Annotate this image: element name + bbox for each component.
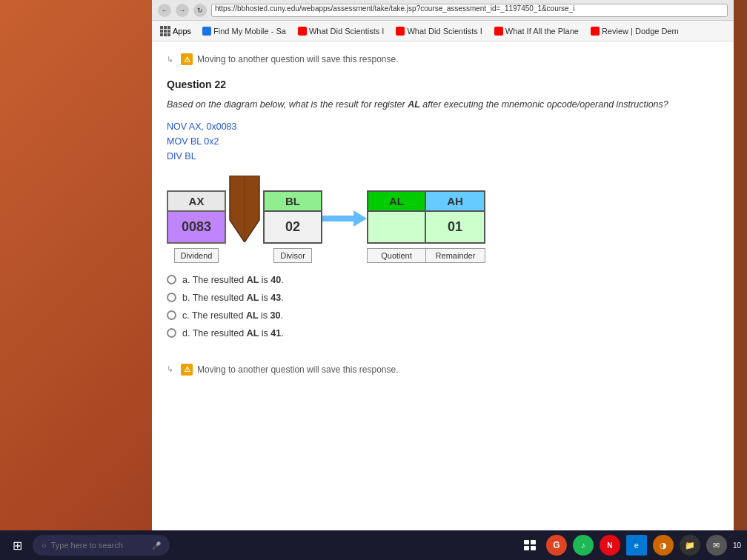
bookmark-label: What Did Scientists I <box>407 27 482 36</box>
top-warning-notice: ↳ ⚠ Moving to another question will save… <box>167 50 719 68</box>
option-b[interactable]: b. The resulted AL is 43. <box>167 293 719 303</box>
al-label: AL <box>367 190 426 212</box>
alah-values-row: 01 <box>367 212 485 244</box>
refresh-button[interactable]: ↻ <box>193 4 207 17</box>
svg-rect-2 <box>322 216 353 221</box>
alah-register-block: AL AH 01 Quotient Remainder <box>367 190 485 263</box>
taskbar-time: 10 <box>733 541 741 550</box>
svg-rect-6 <box>524 546 529 550</box>
bookmark-favicon <box>591 27 600 36</box>
code-line-1: NOV AX, 0x0083 <box>167 119 719 134</box>
notification-count: 10 <box>733 541 741 550</box>
bookmark-label: Review | Dodge Dem <box>602 27 679 36</box>
files-icon[interactable]: 📁 <box>680 535 700 556</box>
radio-option-b[interactable] <box>167 293 176 302</box>
browser-icon[interactable]: ◑ <box>653 535 674 556</box>
al-caption: Quotient <box>367 248 426 263</box>
search-icon: ○ <box>42 541 47 550</box>
alah-captions-row: Quotient Remainder <box>367 244 485 263</box>
address-bar: ← → ↻ https://bbhosted.cuny.edu/webapps/… <box>152 0 734 21</box>
bl-caption: Divisor <box>273 248 312 263</box>
option-a-text: a. The resulted AL is 40. <box>182 275 284 285</box>
question-intro: Based on the diagram below, what is the … <box>167 99 408 110</box>
bl-value: 02 <box>263 212 322 244</box>
taskbar: ⊞ ○ 🎤 G ♪ N e ◑ 📁 ✉ 10 <box>0 530 747 560</box>
taskbar-icons: G ♪ N e ◑ 📁 ✉ 10 <box>519 535 741 556</box>
question-rest: after executing the mnemonic opcode/oper… <box>420 99 668 110</box>
radio-option-a[interactable] <box>167 275 176 284</box>
option-d-text: d. The resulted AL is 41. <box>182 328 284 339</box>
bookmark-label: What Did Scientists I <box>309 27 384 36</box>
url-bar[interactable]: https://bbhosted.cuny.edu/webapps/assess… <box>211 4 728 17</box>
code-line-3: DIV BL <box>167 149 719 164</box>
ax-caption: Dividend <box>174 248 219 263</box>
edge-icon[interactable]: e <box>626 535 647 556</box>
forward-button[interactable]: → <box>176 4 189 17</box>
alah-labels-row: AL AH <box>367 190 485 212</box>
option-b-text: b. The resulted AL is 43. <box>182 293 284 303</box>
warning-icon: ⚠ <box>181 53 193 65</box>
svg-rect-5 <box>531 540 536 544</box>
bookmark-dodge[interactable]: Review | Dodge Dem <box>586 25 683 37</box>
ax-value: 0083 <box>167 212 226 244</box>
chrome-icon[interactable]: G <box>546 535 567 556</box>
arrow-indent: ↳ <box>167 55 173 64</box>
netflix-icon[interactable]: N <box>600 535 620 556</box>
back-button[interactable]: ← <box>158 4 171 17</box>
bl-label: BL <box>263 190 322 212</box>
arrow-svg <box>322 207 367 230</box>
divider-svg <box>226 176 263 242</box>
bookmark-favicon <box>396 27 405 36</box>
bottom-warning-notice: ↳ ⚠ Moving to another question will save… <box>167 361 719 379</box>
mic-icon: 🎤 <box>152 541 161 550</box>
bookmark-find-my-mobile[interactable]: Find My Mobile - Sa <box>198 25 290 37</box>
radio-option-c[interactable] <box>167 310 176 320</box>
option-d[interactable]: d. The resulted AL is 41. <box>167 328 719 339</box>
question-body: Based on the diagram below, what is the … <box>167 98 719 112</box>
bottom-warning-text: Moving to another question will save thi… <box>197 364 398 375</box>
start-button[interactable]: ⊞ <box>6 534 28 556</box>
bookmark-favicon <box>494 27 503 36</box>
browser-window: ← → ↻ https://bbhosted.cuny.edu/webapps/… <box>152 0 734 560</box>
cpu-diagram: AX 0083 Dividend BL 02 Divisor <box>167 176 719 263</box>
apps-grid-icon <box>160 26 170 36</box>
ah-value: 01 <box>426 212 485 244</box>
register-al-highlight: AL <box>408 99 420 110</box>
svg-rect-7 <box>531 546 536 550</box>
ax-label: AX <box>167 190 226 212</box>
question-heading: Question 22 <box>167 79 719 90</box>
ah-label: AH <box>426 190 485 212</box>
page-content: ↳ ⚠ Moving to another question will save… <box>152 41 734 560</box>
bookmark-label: Find My Mobile - Sa <box>213 27 286 36</box>
apps-label: Apps <box>173 27 191 36</box>
ah-caption: Remainder <box>426 248 485 263</box>
right-arrow-connector <box>322 207 367 230</box>
bookmark-favicon <box>202 27 211 36</box>
code-block: NOV AX, 0x0083 MOV BL 0x2 DIV BL <box>167 119 719 164</box>
taskview-icon[interactable] <box>519 535 540 556</box>
bookmark-favicon <box>298 27 307 36</box>
arrow-indent-bottom: ↳ <box>167 364 173 374</box>
option-c-text: c. The resulted AL is 30. <box>182 310 283 321</box>
spotify-icon[interactable]: ♪ <box>573 535 594 556</box>
bookmarks-apps-item[interactable]: Apps <box>156 24 195 38</box>
ax-register-block: AX 0083 Dividend <box>167 190 226 263</box>
search-input[interactable] <box>51 541 147 550</box>
mail-icon[interactable]: ✉ <box>706 535 727 556</box>
bl-register-block: BL 02 Divisor <box>263 190 322 263</box>
svg-rect-4 <box>524 540 529 544</box>
code-line-2: MOV BL 0x2 <box>167 134 719 149</box>
search-bar[interactable]: ○ 🎤 <box>33 535 170 556</box>
bookmark-planet[interactable]: What If All the Plane <box>490 25 583 37</box>
top-warning-text: Moving to another question will save thi… <box>197 54 398 64</box>
bookmark-label: What If All the Plane <box>505 27 579 36</box>
al-value <box>367 212 426 244</box>
bookmarks-bar: Apps Find My Mobile - Sa What Did Scient… <box>152 21 734 41</box>
option-c[interactable]: c. The resulted AL is 30. <box>167 310 719 321</box>
svg-marker-3 <box>353 210 367 227</box>
bookmark-scientists-2[interactable]: What Did Scientists I <box>391 25 486 37</box>
bookmark-scientists-1[interactable]: What Did Scientists I <box>293 25 388 37</box>
radio-option-d[interactable] <box>167 328 176 338</box>
answer-options: a. The resulted AL is 40. b. The resulte… <box>167 275 719 339</box>
option-a[interactable]: a. The resulted AL is 40. <box>167 275 719 285</box>
